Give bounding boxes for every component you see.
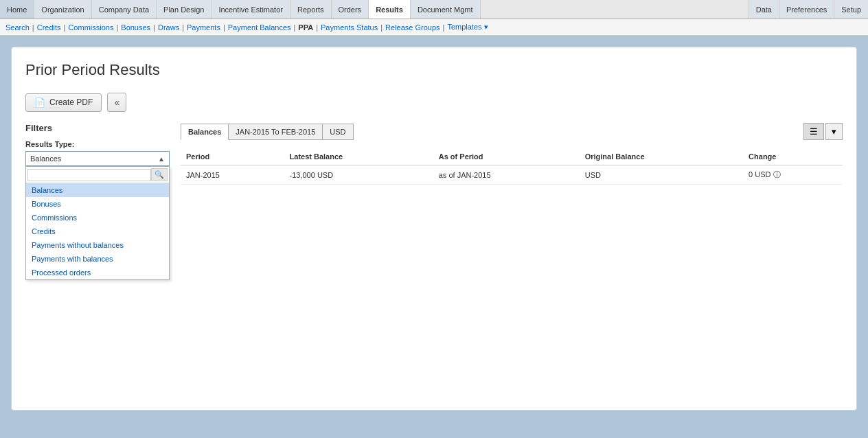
results-type-dropdown-wrapper: Balances ▲ 🔍 BalancesBonusesCommissionsC…	[25, 151, 170, 166]
sub-nav-item-templates[interactable]: Templates ▾	[447, 23, 488, 32]
sub-nav-separator: |	[316, 23, 318, 32]
nav-tab-document-mgmt[interactable]: Document Mgmt	[411, 0, 481, 19]
results-tab-usd[interactable]: USD	[323, 124, 353, 140]
nav-tab-home[interactable]: Home	[0, 0, 34, 19]
table-cell-as-of-period: as of JAN-2015	[433, 165, 580, 185]
sub-nav-separator: |	[223, 23, 225, 32]
dropdown-search-button[interactable]: 🔍	[151, 168, 168, 181]
nav-tab-incentive-estimator[interactable]: Incentive Estimator	[212, 0, 290, 19]
sub-nav-item-draws[interactable]: Draws	[158, 23, 179, 32]
results-view-buttons: ☰ ▾	[803, 123, 843, 140]
sub-nav-separator: |	[294, 23, 296, 32]
top-nav-right: DataPreferencesSetup	[749, 0, 868, 19]
create-pdf-label: Create PDF	[49, 97, 93, 107]
nav-tab-plan-design[interactable]: Plan Design	[157, 0, 212, 19]
list-view-button[interactable]: ☰	[803, 123, 824, 140]
top-nav-left: HomeOrganizationCompany DataPlan DesignI…	[0, 0, 749, 19]
sub-nav-separator: |	[64, 23, 66, 32]
dropdown-view-icon: ▾	[832, 126, 836, 137]
sub-nav-item-ppa[interactable]: PPA	[298, 23, 313, 32]
col-header-latest-balance: Latest Balance	[284, 148, 433, 165]
sub-nav-separator: |	[153, 23, 155, 32]
results-type-section: Results Type: Balances ▲ 🔍	[25, 140, 170, 166]
dropdown-option-credits[interactable]: Credits	[26, 224, 169, 238]
results-type-dropdown[interactable]: Balances ▲	[25, 151, 170, 166]
col-header-period: Period	[181, 148, 284, 165]
table-cell-original-balance: USD	[580, 165, 743, 185]
table-body: JAN-2015-13,000 USDas of JAN-2015USD0 US…	[181, 165, 843, 185]
dropdown-options-list: BalancesBonusesCommissionsCreditsPayment…	[26, 183, 169, 279]
nav-tab-right-data[interactable]: Data	[749, 0, 779, 19]
results-toolbar: BalancesJAN-2015 To FEB-2015USD ☰ ▾	[181, 123, 843, 140]
main-content: Prior Period Results 📄 Create PDF « Filt…	[0, 36, 868, 438]
dropdown-option-processed-orders[interactable]: Processed orders	[26, 266, 169, 279]
top-navigation: HomeOrganizationCompany DataPlan DesignI…	[0, 0, 868, 19]
sub-nav-item-commissions[interactable]: Commissions	[68, 23, 113, 32]
toolbar-row: 📄 Create PDF «	[25, 93, 843, 112]
table-cell-change: 0 USD ⓘ	[743, 165, 843, 185]
nav-tab-company-data[interactable]: Company Data	[92, 0, 157, 19]
create-pdf-button[interactable]: 📄 Create PDF	[25, 93, 102, 112]
sub-nav-item-search[interactable]: Search	[5, 23, 30, 32]
col-header-as-of-period: As of Period	[433, 148, 580, 165]
table-header: PeriodLatest BalanceAs of PeriodOriginal…	[181, 148, 843, 165]
results-panel: BalancesJAN-2015 To FEB-2015USD ☰ ▾ Peri…	[181, 123, 843, 247]
pdf-icon: 📄	[34, 97, 45, 108]
dropdown-option-bonuses[interactable]: Bonuses	[26, 197, 169, 211]
results-tabs: BalancesJAN-2015 To FEB-2015USD	[181, 124, 354, 140]
sub-nav-item-payments[interactable]: Payments	[187, 23, 220, 32]
nav-tab-results[interactable]: Results	[369, 0, 411, 19]
sub-nav-separator: |	[443, 23, 445, 32]
results-tab-jan-2015-to-feb-2015[interactable]: JAN-2015 To FEB-2015	[229, 124, 323, 140]
nav-tab-right-preferences[interactable]: Preferences	[779, 0, 834, 19]
results-table: PeriodLatest BalanceAs of PeriodOriginal…	[181, 148, 843, 185]
content-columns: Filters Results Type: Balances ▲ 🔍	[25, 123, 843, 247]
nav-tab-right-setup[interactable]: Setup	[834, 0, 868, 19]
dropdown-option-payments-with-balances[interactable]: Payments with balances	[26, 252, 169, 266]
sub-nav-separator: |	[32, 23, 34, 32]
dropdown-search-input[interactable]	[27, 169, 151, 181]
dropdown-arrow-icon: ▲	[158, 155, 165, 163]
results-type-selected: Balances	[30, 154, 61, 163]
sub-nav-item-payments-status[interactable]: Payments Status	[321, 23, 378, 32]
table-cell-latest-balance: -13,000 USD	[284, 165, 433, 185]
nav-tab-organization[interactable]: Organization	[34, 0, 91, 19]
sub-nav-item-payment-balances[interactable]: Payment Balances	[228, 23, 291, 32]
sub-nav-separator: |	[182, 23, 184, 32]
dropdown-view-button[interactable]: ▾	[825, 123, 843, 140]
list-view-icon: ☰	[810, 126, 818, 137]
collapse-icon: «	[114, 97, 119, 108]
page-title: Prior Period Results	[25, 61, 843, 79]
filters-title: Filters	[25, 123, 170, 133]
col-header-change: Change	[743, 148, 843, 165]
filters-panel: Filters Results Type: Balances ▲ 🔍	[25, 123, 170, 247]
sub-nav-item-credits[interactable]: Credits	[37, 23, 61, 32]
sub-navigation: Search | Credits | Commissions | Bonuses…	[0, 19, 868, 36]
dropdown-option-payments-without-balances[interactable]: Payments without balances	[26, 238, 169, 252]
col-header-original-balance: Original Balance	[580, 148, 743, 165]
main-card: Prior Period Results 📄 Create PDF « Filt…	[11, 47, 857, 411]
sub-nav-item-bonuses[interactable]: Bonuses	[121, 23, 150, 32]
dropdown-option-balances[interactable]: Balances	[26, 183, 169, 197]
sub-nav-item-release-groups[interactable]: Release Groups	[385, 23, 440, 32]
table-header-row: PeriodLatest BalanceAs of PeriodOriginal…	[181, 148, 843, 165]
nav-tab-reports[interactable]: Reports	[290, 0, 332, 19]
collapse-button[interactable]: «	[107, 93, 126, 112]
sub-nav-separator: |	[380, 23, 382, 32]
nav-tab-orders[interactable]: Orders	[332, 0, 369, 19]
sub-nav-separator: |	[116, 23, 118, 32]
results-tab-balances[interactable]: Balances	[181, 124, 229, 140]
dropdown-option-commissions[interactable]: Commissions	[26, 211, 169, 224]
dropdown-search-row: 🔍	[26, 167, 169, 183]
results-type-label: Results Type:	[25, 140, 170, 148]
results-type-menu: 🔍 BalancesBonusesCommissionsCreditsPayme…	[25, 166, 170, 280]
table-row: JAN-2015-13,000 USDas of JAN-2015USD0 US…	[181, 165, 843, 185]
table-cell-period: JAN-2015	[181, 165, 284, 185]
